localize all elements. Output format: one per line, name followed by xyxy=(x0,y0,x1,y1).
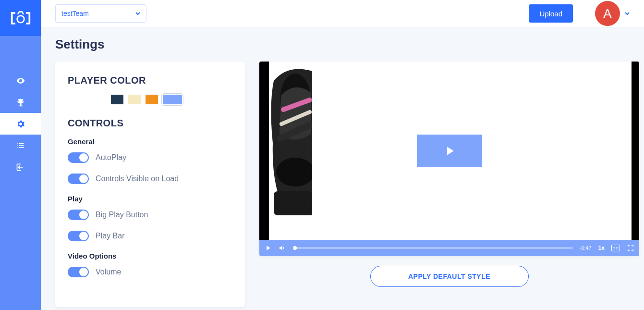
play-small-icon[interactable] xyxy=(264,244,272,252)
group-label: Play xyxy=(68,195,232,203)
toggle-label: Play Bar xyxy=(96,232,124,240)
video-player: -0:47 1x CC xyxy=(259,62,639,256)
color-swatch[interactable] xyxy=(163,95,182,104)
eye-icon xyxy=(16,76,25,86)
letterbox-left xyxy=(259,62,269,240)
toggle-switch[interactable] xyxy=(68,174,89,184)
player-controls-bar: -0:47 1x CC xyxy=(259,240,639,256)
toggle-row: AutoPlay xyxy=(68,152,232,163)
scale-icon xyxy=(16,98,25,107)
section-title-player-color: PLAYER COLOR xyxy=(68,75,232,86)
sidebar-item-compare[interactable] xyxy=(0,91,41,113)
toggle-switch[interactable] xyxy=(68,152,89,163)
letterbox-right xyxy=(632,62,639,240)
main-area: testTeam Upload A Settings PLAYER COLOR … xyxy=(41,0,644,310)
page-title: Settings xyxy=(55,37,639,52)
toggle-groups: GeneralAutoPlayControls Visible on LoadP… xyxy=(68,137,232,277)
play-icon xyxy=(442,144,457,158)
toggle-row: Play Bar xyxy=(68,231,232,241)
video-frame-illustration xyxy=(269,66,312,220)
top-bar: testTeam Upload A xyxy=(41,0,644,27)
swatch-row xyxy=(68,95,232,104)
toggle-row: Volume xyxy=(68,267,232,277)
list-icon xyxy=(16,141,25,150)
upload-button[interactable]: Upload xyxy=(529,4,573,23)
apply-default-style-button[interactable]: APPLY DEFAULT STYLE xyxy=(370,266,529,287)
svg-rect-3 xyxy=(274,191,312,215)
user-menu[interactable]: A xyxy=(595,1,630,26)
toggle-switch[interactable] xyxy=(68,231,89,241)
toggle-label: Controls Visible on Load xyxy=(96,174,179,183)
gear-icon xyxy=(16,119,25,129)
captions-toggle[interactable]: CC xyxy=(611,245,620,251)
preview-column: -0:47 1x CC APPLY DEFAULT STYLE xyxy=(259,62,639,287)
time-remaining: -0:47 xyxy=(580,245,592,251)
toggle-label: AutoPlay xyxy=(96,153,126,162)
app-logo xyxy=(0,0,41,36)
color-swatch[interactable] xyxy=(111,95,123,104)
color-swatch[interactable] xyxy=(128,95,141,104)
sidebar-nav xyxy=(0,36,41,310)
logout-icon xyxy=(16,162,25,172)
big-play-button[interactable] xyxy=(417,135,482,167)
toggle-switch[interactable] xyxy=(68,210,89,220)
chevron-down-icon xyxy=(625,9,630,18)
avatar: A xyxy=(595,1,620,26)
toggle-row: Big Play Button xyxy=(68,210,232,220)
volume-icon[interactable] xyxy=(279,244,286,252)
playback-speed[interactable]: 1x xyxy=(598,245,605,251)
toggle-row: Controls Visible on Load xyxy=(68,174,232,184)
sidebar-item-playlists[interactable] xyxy=(0,135,41,156)
sidebar-item-videos[interactable] xyxy=(0,70,41,91)
chevron-down-icon xyxy=(135,10,140,17)
group-label: Video Options xyxy=(68,252,232,260)
team-selector[interactable]: testTeam xyxy=(55,4,146,23)
toggle-switch[interactable] xyxy=(68,267,89,277)
sidebar-item-logout[interactable] xyxy=(0,156,41,178)
left-sidebar xyxy=(0,0,41,310)
progress-bar[interactable] xyxy=(293,247,573,249)
svg-point-0 xyxy=(17,15,24,23)
toggle-label: Volume xyxy=(96,268,121,276)
color-swatch[interactable] xyxy=(146,95,158,104)
fullscreen-icon[interactable] xyxy=(627,244,634,252)
section-title-controls: CONTROLS xyxy=(68,118,232,129)
sidebar-item-settings[interactable] xyxy=(0,113,41,135)
content-area: Settings PLAYER COLOR CONTROLS GeneralAu… xyxy=(41,27,644,310)
toggle-label: Big Play Button xyxy=(96,211,148,219)
team-selector-label: testTeam xyxy=(61,10,89,17)
camera-bracket-icon xyxy=(10,8,31,29)
settings-panel: PLAYER COLOR CONTROLS GeneralAutoPlayCon… xyxy=(55,62,245,307)
group-label: General xyxy=(68,137,232,146)
